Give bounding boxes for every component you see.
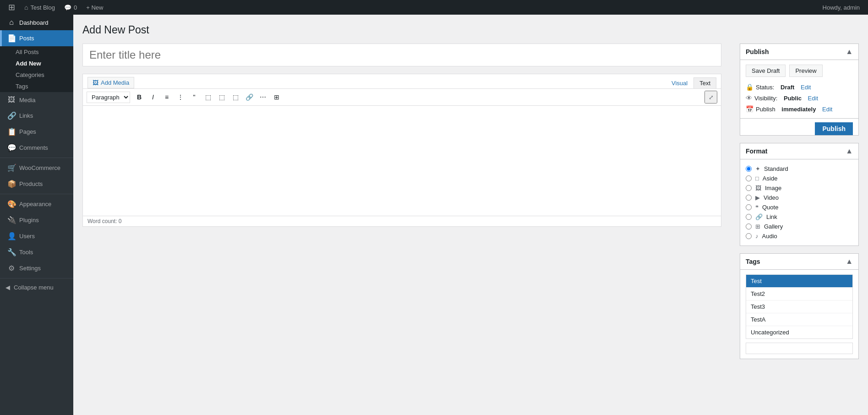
woocommerce-icon: 🛒	[7, 164, 16, 172]
tags-label: Tags	[16, 83, 28, 90]
submenu-tags[interactable]: Tags	[0, 81, 73, 92]
status-icon: 🔒	[746, 83, 753, 91]
tag-item-test2[interactable]: Test2	[746, 288, 852, 300]
sidebar-item-media[interactable]: 🖼 Media	[0, 92, 73, 108]
format-radio-video[interactable]	[746, 195, 752, 201]
format-label-audio: Audio	[762, 233, 777, 240]
align-left-button[interactable]: ⬚	[202, 91, 214, 104]
sidebar-item-label: Media	[19, 97, 35, 104]
sidebar-item-settings[interactable]: ⚙ Settings	[0, 260, 73, 276]
sidebar-item-pages[interactable]: 📋 Pages	[0, 124, 73, 140]
format-option-quote: ❝ Quote	[746, 202, 853, 212]
align-center-button[interactable]: ⬚	[215, 91, 228, 104]
sidebar-item-label: Dashboard	[19, 19, 49, 26]
publish-time-edit-link[interactable]: Edit	[822, 106, 832, 113]
submenu-categories[interactable]: Categories	[0, 69, 73, 81]
sidebar-item-tools[interactable]: 🔧 Tools	[0, 244, 73, 260]
publish-time-row: 📅 Publish immediately Edit	[746, 104, 853, 115]
tools-icon: 🔧	[7, 248, 16, 257]
format-radio-standard[interactable]	[746, 166, 752, 172]
tags-input[interactable]	[746, 343, 853, 354]
editor-body[interactable]	[83, 106, 721, 216]
bold-button[interactable]: B	[133, 91, 146, 104]
tab-text[interactable]: Text	[693, 77, 716, 88]
align-right-button[interactable]: ⬚	[229, 91, 242, 104]
visibility-edit-link[interactable]: Edit	[808, 95, 818, 102]
word-count: Word count: 0	[83, 216, 721, 226]
posts-icon: 📄	[7, 34, 16, 43]
links-icon: 🔗	[7, 111, 16, 120]
submenu-all-posts[interactable]: All Posts	[0, 46, 73, 58]
sidebar-item-label: Pages	[19, 128, 36, 135]
sidebar-item-users[interactable]: 👤 Users	[0, 228, 73, 244]
tags-metabox-body: Test Test2 Test3 TestA	[740, 270, 858, 359]
format-radio-link[interactable]	[746, 214, 752, 220]
page-title: Add New Post	[82, 24, 859, 36]
tag-item-testa[interactable]: TestA	[746, 313, 852, 326]
format-radio-audio[interactable]	[746, 233, 752, 239]
tag-item-test[interactable]: Test	[746, 275, 852, 288]
format-radio-quote[interactable]	[746, 204, 752, 210]
format-radio-image[interactable]	[746, 185, 752, 191]
sidebar-item-links[interactable]: 🔗 Links	[0, 108, 73, 124]
tab-visual[interactable]: Visual	[666, 77, 693, 88]
sidebar-item-products[interactable]: 📦 Products	[0, 176, 73, 192]
status-row: 🔒 Status: Draft Edit	[746, 82, 853, 93]
post-title-input[interactable]	[82, 44, 721, 66]
blockquote-button[interactable]: "	[188, 91, 201, 104]
preview-button[interactable]: Preview	[789, 65, 822, 77]
add-media-button[interactable]: 🖼 Add Media	[87, 77, 134, 88]
wp-logo-item[interactable]: ⊞	[4, 0, 20, 15]
format-radio-gallery[interactable]	[746, 224, 752, 229]
editor-toolbar: Paragraph Heading 1 Heading 2 Heading 3 …	[83, 89, 721, 106]
sidebar-item-comments[interactable]: 💬 Comments	[0, 140, 73, 156]
new-content-item[interactable]: + New	[82, 0, 108, 15]
ordered-list-button[interactable]: ⋮	[174, 91, 187, 104]
paragraph-format-select[interactable]: Paragraph Heading 1 Heading 2 Heading 3	[87, 92, 130, 103]
tag-item-test3[interactable]: Test3	[746, 300, 852, 313]
sidebar-item-label: Comments	[19, 144, 48, 151]
publish-time-label: Publish	[756, 106, 775, 113]
sidebar-item-woocommerce[interactable]: 🛒 WooCommerce	[0, 160, 73, 176]
format-radio-aside[interactable]	[746, 175, 752, 181]
save-draft-button[interactable]: Save Draft	[746, 65, 786, 77]
tags-metabox-header[interactable]: Tags ▲	[740, 254, 858, 270]
appearance-icon: 🎨	[7, 200, 16, 208]
publish-button[interactable]: Publish	[815, 122, 853, 135]
format-metabox-header[interactable]: Format ▲	[740, 143, 858, 159]
sidebar-item-label: Users	[19, 233, 35, 240]
link-button[interactable]: 🔗	[243, 91, 256, 104]
format-label-quote: Quote	[762, 204, 778, 211]
comments-item[interactable]: 💬 0	[60, 0, 82, 15]
submenu-add-new[interactable]: Add New	[0, 58, 73, 69]
format-option-gallery: ⊞ Gallery	[746, 222, 853, 231]
tag-label: TestA	[751, 316, 766, 323]
expand-editor-button[interactable]: ⤢	[704, 91, 717, 104]
status-edit-link[interactable]: Edit	[801, 84, 811, 91]
visibility-row: 👁 Visibility: Public Edit	[746, 93, 853, 104]
site-name-item[interactable]: ⌂ Test Blog	[20, 0, 60, 15]
publish-toggle-icon: ▲	[846, 48, 853, 56]
sidebar-item-posts[interactable]: 📄 Posts	[0, 30, 73, 46]
collapse-menu[interactable]: ◀ Collapse menu	[0, 280, 73, 295]
tags-list: Test Test2 Test3 TestA	[746, 274, 853, 339]
publish-title: Publish	[746, 48, 769, 55]
sidebar-item-appearance[interactable]: 🎨 Appearance	[0, 196, 73, 212]
format-title: Format	[746, 147, 767, 155]
main-content: Add New Post 🖼 Add Media Visual	[73, 15, 868, 415]
sidebar-item-dashboard[interactable]: ⌂ Dashboard	[0, 15, 73, 30]
all-posts-label: All Posts	[16, 49, 39, 55]
image-icon: 🖼	[755, 185, 761, 191]
publish-metabox-header[interactable]: Publish ▲	[740, 44, 858, 60]
table-button[interactable]: ⊞	[270, 91, 283, 104]
unordered-list-button[interactable]: ≡	[160, 91, 173, 104]
tag-item-uncategorized[interactable]: Uncategorized	[746, 326, 852, 339]
format-toggle-icon: ▲	[846, 147, 853, 155]
italic-button[interactable]: I	[147, 91, 159, 104]
gallery-icon: ⊞	[755, 223, 760, 230]
sidebar-item-plugins[interactable]: 🔌 Plugins	[0, 212, 73, 228]
tag-label: Test2	[751, 290, 765, 297]
format-option-audio: ♪ Audio	[746, 231, 853, 241]
more-button[interactable]: ⋯	[257, 91, 269, 104]
publish-actions: Save Draft Preview	[746, 65, 853, 77]
